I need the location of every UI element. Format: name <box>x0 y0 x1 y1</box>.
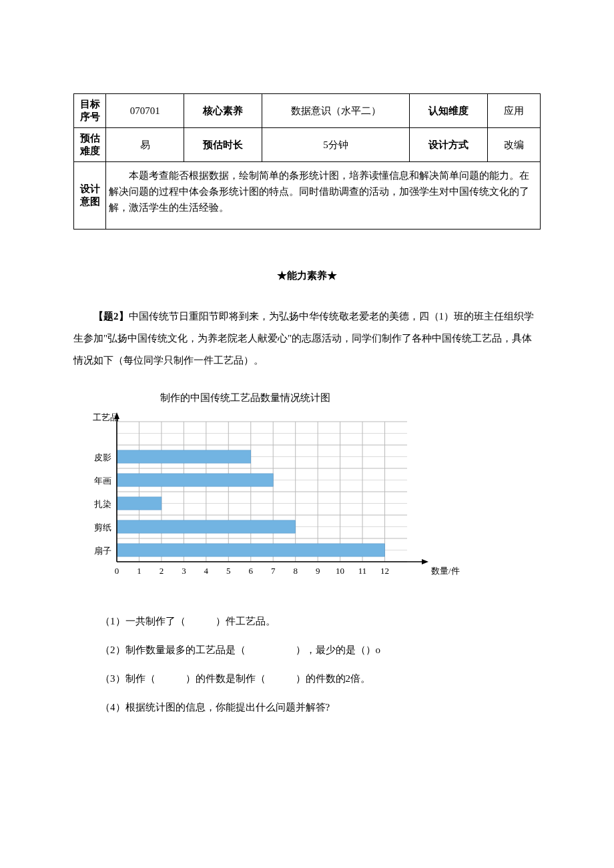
bar <box>117 544 385 556</box>
bar <box>117 520 296 533</box>
label-design-method: 设计方式 <box>409 128 487 162</box>
label-core-competency: 核心素养 <box>184 94 262 128</box>
x-tick-label: 4 <box>204 566 209 576</box>
value-design-intent: 本题考查能否根据数据，绘制简单的条形统计图，培养读懂信息和解决简单问题的能力。在… <box>106 162 541 230</box>
category-label: 年画 <box>94 476 111 486</box>
x-tick-label: 5 <box>226 566 231 576</box>
x-tick-label: 0 <box>115 566 119 576</box>
chart-container: 制作的中国传统工艺品数量情况统计图 皮影年画扎染剪纸扇子012345678910… <box>80 392 541 582</box>
value-duration: 5分钟 <box>262 128 409 162</box>
section-heading: ★能力素养★ <box>73 270 541 282</box>
category-label: 剪纸 <box>94 522 111 532</box>
sub-question-1: （1）一共制作了（ ）件工艺品。 <box>100 608 541 634</box>
value-core-competency: 数据意识（水平二） <box>262 94 409 128</box>
svg-marker-29 <box>422 559 428 564</box>
bar-chart: 皮影年画扎染剪纸扇子0123456789101112工艺品数量/件 <box>80 408 460 582</box>
x-tick-label: 10 <box>336 566 344 576</box>
x-tick-label: 7 <box>271 566 276 576</box>
x-tick-label: 9 <box>316 566 320 576</box>
label-difficulty: 预估难度 <box>74 128 106 162</box>
sub-question-list: （1）一共制作了（ ）件工艺品。 （2）制作数量最多的工艺品是（ ），最少的是（… <box>73 608 541 721</box>
sub-question-2: （2）制作数量最多的工艺品是（ ），最少的是（）o <box>100 637 541 663</box>
x-tick-label: 11 <box>358 566 367 576</box>
value-target-number: 070701 <box>106 94 184 128</box>
label-design-intent: 设计意图 <box>74 162 106 230</box>
bar <box>117 450 251 463</box>
x-tick-label: 6 <box>249 566 254 576</box>
bar <box>117 497 162 510</box>
question-body: 中国传统节日重阳节即将到来，为弘扬中华传统敬老爱老的美德，四（1）班的班主任组织… <box>73 311 534 366</box>
category-label: 扇子 <box>94 546 111 556</box>
table-row: 设计意图 本题考查能否根据数据，绘制简单的条形统计图，培养读懂信息和解决简单问题… <box>74 162 541 230</box>
label-target-number: 目标序号 <box>74 94 106 128</box>
x-tick-label: 3 <box>182 566 186 576</box>
value-design-method: 改编 <box>487 128 540 162</box>
x-tick-label: 2 <box>160 566 164 576</box>
question-number-label: 【题2】 <box>93 311 129 322</box>
category-label: 皮影 <box>94 452 111 462</box>
x-tick-label: 8 <box>293 566 298 576</box>
bar <box>117 474 273 486</box>
question-paragraph: 【题2】中国传统节日重阳节即将到来，为弘扬中华传统敬老爱老的美德，四（1）班的班… <box>73 306 541 372</box>
x-tick-label: 12 <box>380 566 389 576</box>
chart-title: 制作的中国传统工艺品数量情况统计图 <box>80 392 541 404</box>
label-cognitive-dimension: 认知维度 <box>409 94 487 128</box>
table-row: 目标序号 070701 核心素养 数据意识（水平二） 认知维度 应用 <box>74 94 541 128</box>
x-tick-label: 1 <box>137 566 141 576</box>
table-row: 预估难度 易 预估时长 5分钟 设计方式 改编 <box>74 128 541 162</box>
x-axis-label: 数量/件 <box>431 566 460 576</box>
category-label: 扎染 <box>94 499 111 509</box>
label-duration: 预估时长 <box>184 128 262 162</box>
sub-question-4: （4）根据统计图的信息，你能提出什么问题并解答? <box>100 695 541 721</box>
metadata-table: 目标序号 070701 核心素养 数据意识（水平二） 认知维度 应用 预估难度 … <box>73 93 541 230</box>
value-difficulty: 易 <box>106 128 184 162</box>
value-cognitive-dimension: 应用 <box>487 94 540 128</box>
y-axis-label: 工艺品 <box>93 412 119 422</box>
sub-question-3: （3）制作（ ）的件数是制作（ ）的件数的2倍。 <box>100 666 541 692</box>
